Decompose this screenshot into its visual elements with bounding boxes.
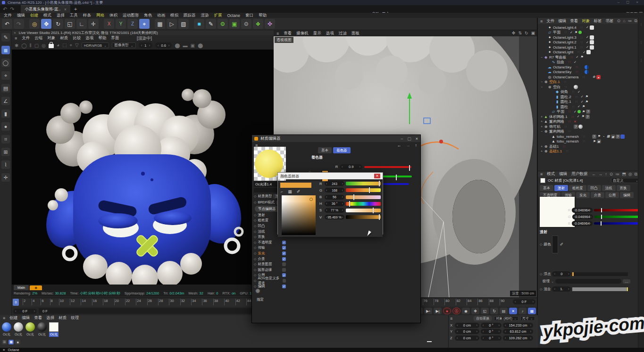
tool-icon[interactable] xyxy=(1,84,10,92)
enable-check-icon[interactable] xyxy=(573,60,577,64)
object-tag-icon[interactable] xyxy=(597,139,601,143)
enable-check-icon[interactable] xyxy=(576,115,581,118)
component-slider[interactable] xyxy=(346,182,381,185)
viewer-tool-icon[interactable] xyxy=(42,43,46,48)
shader-tab[interactable]: 基本 xyxy=(318,147,332,153)
object-row[interactable]: OctaneCamera xyxy=(538,75,644,80)
toolbar-icon[interactable] xyxy=(190,19,192,29)
object-tag-icon[interactable] xyxy=(574,85,578,89)
component-field[interactable]: ‹0.046964› xyxy=(572,208,593,213)
size-field[interactable]: ‹109.262 cm› xyxy=(503,335,533,341)
object-row[interactable]: 圆柱.2 xyxy=(538,94,644,100)
visibility-dots[interactable] xyxy=(581,139,587,143)
object-label[interactable]: 圆柱 xyxy=(560,104,568,109)
hamburger-icon[interactable]: ≡ xyxy=(3,348,5,352)
channel-row[interactable]: ◇ 传输 xyxy=(254,245,315,251)
viewer-tool-icon[interactable] xyxy=(34,43,39,48)
visibility-dots[interactable] xyxy=(578,35,585,40)
up-icon[interactable]: ↑ xyxy=(415,143,418,148)
object-row[interactable]: 扭曲 xyxy=(538,60,644,65)
tool-icon[interactable] xyxy=(1,71,10,80)
viewer-tool-icon[interactable] xyxy=(15,43,18,48)
expand-diamond-icon[interactable]: ◇ xyxy=(540,243,542,246)
om-menu-item[interactable]: 编辑 xyxy=(558,18,566,24)
object-tag-icon[interactable] xyxy=(585,65,589,69)
material-item[interactable]: Oc光 xyxy=(13,322,24,337)
visibility-dots[interactable] xyxy=(573,65,580,69)
object-row[interactable]: 平面 xyxy=(538,109,644,115)
object-tag-icon[interactable] xyxy=(586,50,591,54)
menu-item[interactable]: 创建 xyxy=(30,13,38,18)
component-field[interactable]: ‹56› xyxy=(325,195,344,200)
menu-item[interactable]: 文件 xyxy=(4,13,12,18)
expand-diamond-icon[interactable]: ◇ xyxy=(254,235,256,239)
component-slider[interactable] xyxy=(346,215,381,219)
enable-check-icon[interactable] xyxy=(585,35,590,39)
viewer-menu-item[interactable]: 选项 xyxy=(85,35,93,41)
redo-icon[interactable]: ↷ xyxy=(10,6,14,12)
visibility-dots[interactable] xyxy=(570,105,577,109)
viewport-menu-item[interactable]: 过滤 xyxy=(339,31,347,36)
object-label[interactable]: OctaneSky xyxy=(553,65,571,69)
material-item[interactable]: Oc光 xyxy=(1,322,12,337)
channel-row[interactable]: ◇ 圆形边缘 xyxy=(254,267,315,273)
object-tag-icon[interactable] xyxy=(597,134,601,139)
component-slider[interactable] xyxy=(346,195,381,199)
toolbar-icon[interactable] xyxy=(53,19,63,29)
expand-icon[interactable]: + xyxy=(540,125,544,128)
visibility-dots[interactable] xyxy=(570,90,577,94)
mm-menu-item[interactable]: 编辑 xyxy=(22,315,30,321)
channel-checkbox[interactable] xyxy=(282,251,286,255)
object-tag-icon[interactable] xyxy=(578,125,583,129)
object-mode-select[interactable]: 对象 (相对)⌄ xyxy=(494,316,518,321)
expand-diamond-icon[interactable]: ◇ xyxy=(254,201,256,204)
timeline-playhead[interactable]: 0 xyxy=(13,299,19,306)
channel-checkbox[interactable] xyxy=(282,268,286,272)
material-label[interactable]: Oc光 xyxy=(25,332,35,337)
object-tag-icon[interactable] xyxy=(596,75,601,79)
object-row[interactable]: OctaneSky xyxy=(538,70,644,75)
menu-item[interactable]: 运动图形 xyxy=(123,13,139,18)
assign-label[interactable]: 指定 xyxy=(257,297,264,302)
object-label[interactable]: 平面 xyxy=(553,30,560,35)
om-toolbar-icon[interactable]: ⊙ xyxy=(617,18,621,24)
object-label[interactable]: 空白.1 xyxy=(549,79,560,84)
object-tag-icon[interactable] xyxy=(574,125,578,129)
playback-button[interactable] xyxy=(509,308,517,314)
hamburger-icon[interactable]: ≡ xyxy=(276,31,279,36)
enable-check-icon[interactable] xyxy=(569,31,574,34)
viewer-tool-icon[interactable] xyxy=(198,43,203,48)
tool-icon[interactable] xyxy=(1,46,10,54)
component-slider[interactable] xyxy=(346,202,381,206)
toolbar-icon[interactable] xyxy=(104,19,114,29)
component-field[interactable]: ‹95.469 %› xyxy=(325,215,344,219)
tool-icon[interactable] xyxy=(1,122,10,131)
channel-row[interactable]: ◇ 编辑 xyxy=(254,284,315,289)
object-row[interactable]: 倒角 xyxy=(538,90,644,95)
channel-label[interactable]: 传输 xyxy=(258,245,265,250)
object-tag-icon[interactable] xyxy=(581,109,585,114)
visibility-dots[interactable] xyxy=(566,109,573,114)
expand-diamond-icon[interactable]: ◇ xyxy=(254,194,256,198)
component-field[interactable]: ‹36 °› xyxy=(325,201,344,206)
tool-icon[interactable] xyxy=(1,109,10,118)
channel-label[interactable]: 粗糙度 xyxy=(258,218,268,223)
channel-row[interactable]: ◇ 不透明度 xyxy=(254,240,315,245)
object-tag-icon[interactable] xyxy=(611,134,615,139)
viewer-tool-icon[interactable] xyxy=(175,43,180,48)
tool-icon[interactable] xyxy=(1,97,10,105)
expand-diamond-icon[interactable]: ◇ xyxy=(254,273,256,277)
enable-check-icon[interactable] xyxy=(580,100,585,104)
channel-tab[interactable]: 基本 xyxy=(540,185,553,191)
channel-row[interactable]: ◇ 材质图层 xyxy=(254,261,315,267)
object-label[interactable]: OctaneLight xyxy=(553,50,573,54)
channel-checkbox[interactable] xyxy=(282,257,286,261)
object-tag-icon[interactable] xyxy=(602,134,606,139)
visibility-dots[interactable] xyxy=(562,125,569,129)
expand-icon[interactable]: − xyxy=(540,130,544,133)
window-controls[interactable]: ‒ ◻ × xyxy=(618,0,641,4)
channel-tab[interactable]: 公用 xyxy=(605,192,619,198)
object-label[interactable]: tobu_remesh xyxy=(557,134,579,139)
object-row[interactable]: + 基础1 xyxy=(538,144,644,149)
component-field[interactable]: ‹243› xyxy=(325,181,344,186)
